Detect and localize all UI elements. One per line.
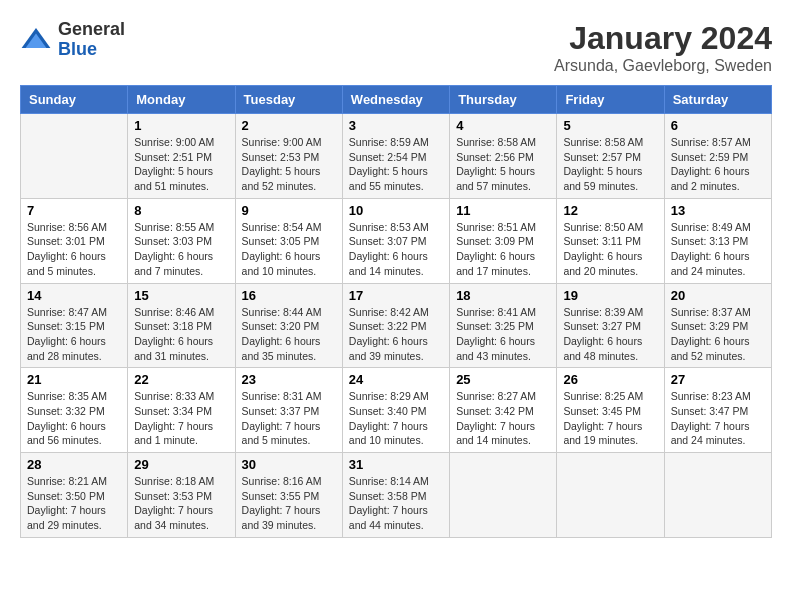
calendar-cell: 26Sunrise: 8:25 AM Sunset: 3:45 PM Dayli… (557, 368, 664, 453)
day-info: Sunrise: 8:44 AM Sunset: 3:20 PM Dayligh… (242, 305, 336, 364)
day-info: Sunrise: 8:53 AM Sunset: 3:07 PM Dayligh… (349, 220, 443, 279)
title-block: January 2024 Arsunda, Gaevleborg, Sweden (554, 20, 772, 75)
calendar-cell: 20Sunrise: 8:37 AM Sunset: 3:29 PM Dayli… (664, 283, 771, 368)
calendar-cell: 19Sunrise: 8:39 AM Sunset: 3:27 PM Dayli… (557, 283, 664, 368)
weekday-header: Tuesday (235, 86, 342, 114)
calendar-cell: 17Sunrise: 8:42 AM Sunset: 3:22 PM Dayli… (342, 283, 449, 368)
day-number: 2 (242, 118, 336, 133)
day-number: 21 (27, 372, 121, 387)
day-number: 9 (242, 203, 336, 218)
day-info: Sunrise: 8:41 AM Sunset: 3:25 PM Dayligh… (456, 305, 550, 364)
calendar-cell: 21Sunrise: 8:35 AM Sunset: 3:32 PM Dayli… (21, 368, 128, 453)
day-number: 27 (671, 372, 765, 387)
day-number: 24 (349, 372, 443, 387)
day-number: 20 (671, 288, 765, 303)
weekday-header: Saturday (664, 86, 771, 114)
day-info: Sunrise: 8:21 AM Sunset: 3:50 PM Dayligh… (27, 474, 121, 533)
calendar-cell: 7Sunrise: 8:56 AM Sunset: 3:01 PM Daylig… (21, 198, 128, 283)
day-number: 4 (456, 118, 550, 133)
day-number: 8 (134, 203, 228, 218)
calendar-cell (21, 114, 128, 199)
calendar-cell: 11Sunrise: 8:51 AM Sunset: 3:09 PM Dayli… (450, 198, 557, 283)
calendar-cell: 6Sunrise: 8:57 AM Sunset: 2:59 PM Daylig… (664, 114, 771, 199)
calendar-cell: 13Sunrise: 8:49 AM Sunset: 3:13 PM Dayli… (664, 198, 771, 283)
calendar-cell: 3Sunrise: 8:59 AM Sunset: 2:54 PM Daylig… (342, 114, 449, 199)
day-info: Sunrise: 8:58 AM Sunset: 2:56 PM Dayligh… (456, 135, 550, 194)
day-info: Sunrise: 9:00 AM Sunset: 2:53 PM Dayligh… (242, 135, 336, 194)
day-info: Sunrise: 9:00 AM Sunset: 2:51 PM Dayligh… (134, 135, 228, 194)
calendar-cell: 5Sunrise: 8:58 AM Sunset: 2:57 PM Daylig… (557, 114, 664, 199)
calendar-cell (450, 453, 557, 538)
calendar-cell: 22Sunrise: 8:33 AM Sunset: 3:34 PM Dayli… (128, 368, 235, 453)
calendar-cell: 4Sunrise: 8:58 AM Sunset: 2:56 PM Daylig… (450, 114, 557, 199)
day-number: 11 (456, 203, 550, 218)
calendar-cell: 2Sunrise: 9:00 AM Sunset: 2:53 PM Daylig… (235, 114, 342, 199)
day-info: Sunrise: 8:47 AM Sunset: 3:15 PM Dayligh… (27, 305, 121, 364)
day-number: 16 (242, 288, 336, 303)
calendar-cell: 8Sunrise: 8:55 AM Sunset: 3:03 PM Daylig… (128, 198, 235, 283)
day-number: 15 (134, 288, 228, 303)
day-info: Sunrise: 8:42 AM Sunset: 3:22 PM Dayligh… (349, 305, 443, 364)
calendar-cell: 16Sunrise: 8:44 AM Sunset: 3:20 PM Dayli… (235, 283, 342, 368)
calendar-table: SundayMondayTuesdayWednesdayThursdayFrid… (20, 85, 772, 538)
day-number: 3 (349, 118, 443, 133)
day-info: Sunrise: 8:29 AM Sunset: 3:40 PM Dayligh… (349, 389, 443, 448)
day-number: 6 (671, 118, 765, 133)
logo-blue: Blue (58, 40, 125, 60)
day-number: 12 (563, 203, 657, 218)
day-info: Sunrise: 8:49 AM Sunset: 3:13 PM Dayligh… (671, 220, 765, 279)
location-subtitle: Arsunda, Gaevleborg, Sweden (554, 57, 772, 75)
calendar-cell (664, 453, 771, 538)
calendar-cell: 10Sunrise: 8:53 AM Sunset: 3:07 PM Dayli… (342, 198, 449, 283)
weekday-header: Wednesday (342, 86, 449, 114)
day-number: 7 (27, 203, 121, 218)
day-number: 31 (349, 457, 443, 472)
day-info: Sunrise: 8:46 AM Sunset: 3:18 PM Dayligh… (134, 305, 228, 364)
weekday-header-row: SundayMondayTuesdayWednesdayThursdayFrid… (21, 86, 772, 114)
calendar-week-row: 21Sunrise: 8:35 AM Sunset: 3:32 PM Dayli… (21, 368, 772, 453)
calendar-cell: 28Sunrise: 8:21 AM Sunset: 3:50 PM Dayli… (21, 453, 128, 538)
day-info: Sunrise: 8:39 AM Sunset: 3:27 PM Dayligh… (563, 305, 657, 364)
calendar-week-row: 14Sunrise: 8:47 AM Sunset: 3:15 PM Dayli… (21, 283, 772, 368)
calendar-cell: 31Sunrise: 8:14 AM Sunset: 3:58 PM Dayli… (342, 453, 449, 538)
calendar-week-row: 1Sunrise: 9:00 AM Sunset: 2:51 PM Daylig… (21, 114, 772, 199)
calendar-cell: 1Sunrise: 9:00 AM Sunset: 2:51 PM Daylig… (128, 114, 235, 199)
logo-icon (20, 24, 52, 56)
day-info: Sunrise: 8:57 AM Sunset: 2:59 PM Dayligh… (671, 135, 765, 194)
day-info: Sunrise: 8:50 AM Sunset: 3:11 PM Dayligh… (563, 220, 657, 279)
weekday-header: Sunday (21, 86, 128, 114)
day-number: 18 (456, 288, 550, 303)
day-number: 23 (242, 372, 336, 387)
day-number: 17 (349, 288, 443, 303)
calendar-cell: 15Sunrise: 8:46 AM Sunset: 3:18 PM Dayli… (128, 283, 235, 368)
day-info: Sunrise: 8:33 AM Sunset: 3:34 PM Dayligh… (134, 389, 228, 448)
day-number: 13 (671, 203, 765, 218)
calendar-cell: 29Sunrise: 8:18 AM Sunset: 3:53 PM Dayli… (128, 453, 235, 538)
day-info: Sunrise: 8:58 AM Sunset: 2:57 PM Dayligh… (563, 135, 657, 194)
day-info: Sunrise: 8:54 AM Sunset: 3:05 PM Dayligh… (242, 220, 336, 279)
calendar-week-row: 7Sunrise: 8:56 AM Sunset: 3:01 PM Daylig… (21, 198, 772, 283)
month-title: January 2024 (554, 20, 772, 57)
day-info: Sunrise: 8:27 AM Sunset: 3:42 PM Dayligh… (456, 389, 550, 448)
day-number: 10 (349, 203, 443, 218)
day-info: Sunrise: 8:23 AM Sunset: 3:47 PM Dayligh… (671, 389, 765, 448)
calendar-cell (557, 453, 664, 538)
day-info: Sunrise: 8:51 AM Sunset: 3:09 PM Dayligh… (456, 220, 550, 279)
calendar-cell: 25Sunrise: 8:27 AM Sunset: 3:42 PM Dayli… (450, 368, 557, 453)
day-number: 14 (27, 288, 121, 303)
day-number: 28 (27, 457, 121, 472)
calendar-cell: 12Sunrise: 8:50 AM Sunset: 3:11 PM Dayli… (557, 198, 664, 283)
day-number: 26 (563, 372, 657, 387)
day-number: 1 (134, 118, 228, 133)
calendar-cell: 23Sunrise: 8:31 AM Sunset: 3:37 PM Dayli… (235, 368, 342, 453)
weekday-header: Thursday (450, 86, 557, 114)
calendar-cell: 18Sunrise: 8:41 AM Sunset: 3:25 PM Dayli… (450, 283, 557, 368)
header: General Blue January 2024 Arsunda, Gaevl… (20, 20, 772, 75)
day-number: 19 (563, 288, 657, 303)
day-info: Sunrise: 8:59 AM Sunset: 2:54 PM Dayligh… (349, 135, 443, 194)
weekday-header: Friday (557, 86, 664, 114)
logo-general: General (58, 20, 125, 40)
logo: General Blue (20, 20, 125, 60)
day-info: Sunrise: 8:35 AM Sunset: 3:32 PM Dayligh… (27, 389, 121, 448)
day-number: 25 (456, 372, 550, 387)
